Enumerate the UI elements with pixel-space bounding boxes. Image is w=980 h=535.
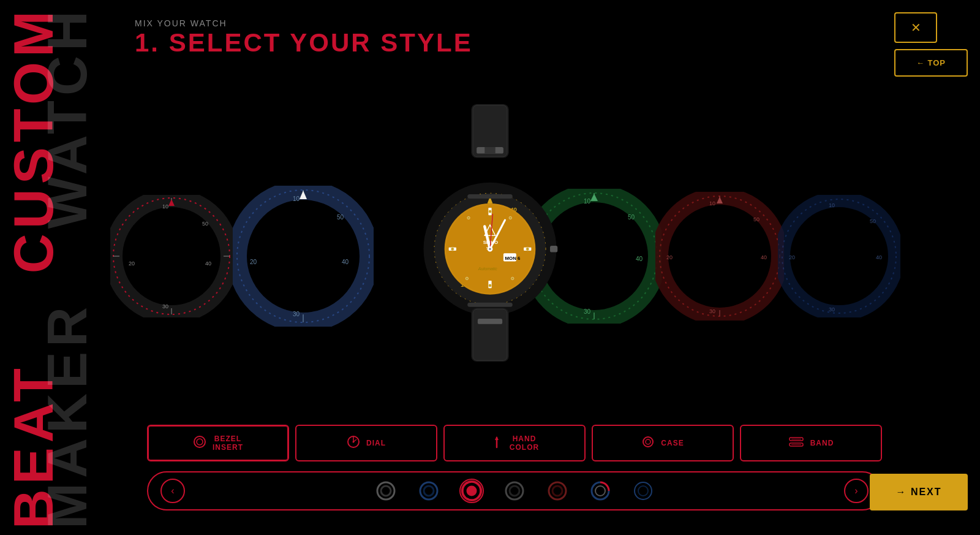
close-button[interactable]: ✕ xyxy=(894,12,937,43)
svg-text:50: 50 xyxy=(870,218,876,224)
svg-point-95 xyxy=(194,436,205,447)
svg-point-104 xyxy=(646,439,650,444)
carousel-area: 10 20 30 40 50 10 20 30 40 50 xyxy=(92,92,888,423)
svg-marker-102 xyxy=(495,436,499,440)
svg-text:20: 20 xyxy=(250,259,257,265)
svg-text:20: 20 xyxy=(666,254,673,260)
tab-hand-color[interactable]: HANDCOLOR xyxy=(443,425,586,461)
svg-point-61 xyxy=(489,248,491,251)
svg-rect-66 xyxy=(467,194,513,199)
svg-text:40: 40 xyxy=(342,259,349,265)
dot-7[interactable] xyxy=(631,479,655,503)
svg-text:50: 50 xyxy=(337,214,344,221)
tab-band-label: BAND xyxy=(810,439,834,447)
svg-text:20: 20 xyxy=(789,254,795,260)
bezel-ring-1[interactable]: 10 20 30 40 50 xyxy=(110,195,233,320)
svg-text:50: 50 xyxy=(753,216,760,222)
bezel-ring-6[interactable]: 10 20 30 40 50 xyxy=(778,195,900,320)
next-dot-button[interactable]: › xyxy=(844,479,869,503)
svg-text:MON 6: MON 6 xyxy=(505,256,521,261)
svg-point-118 xyxy=(552,486,562,496)
svg-point-96 xyxy=(197,439,203,445)
svg-point-47 xyxy=(467,216,470,219)
svg-rect-67 xyxy=(467,303,513,307)
svg-text:40: 40 xyxy=(205,260,211,267)
header-title: 1. SELECT YOUR STYLE xyxy=(135,28,473,58)
svg-text:40: 40 xyxy=(761,254,767,260)
svg-point-103 xyxy=(643,437,653,447)
svg-text:30: 30 xyxy=(709,308,715,314)
svg-point-43 xyxy=(488,210,491,213)
header-subtitle: MIX YOUR WATCH xyxy=(135,18,473,28)
dial-icon xyxy=(347,435,360,452)
svg-text:30: 30 xyxy=(162,303,168,309)
svg-point-115 xyxy=(506,482,523,499)
prev-button[interactable]: ‹ xyxy=(160,479,185,503)
tab-bezel-insert[interactable]: BEZELINSERT xyxy=(147,425,289,461)
svg-rect-25 xyxy=(484,147,496,154)
svg-text:10: 10 xyxy=(162,203,168,210)
svg-point-44 xyxy=(488,284,491,287)
next-button[interactable]: → NEXT xyxy=(870,474,968,510)
svg-point-116 xyxy=(510,486,519,496)
svg-text:40: 40 xyxy=(636,256,643,262)
bezel-ring-2[interactable]: 10 20 30 40 50 xyxy=(233,186,374,329)
dot-2[interactable] xyxy=(417,479,441,503)
dot-1[interactable] xyxy=(374,479,398,503)
hand-icon xyxy=(490,435,503,452)
bezel-ring-5[interactable]: 10 20 30 40 50 xyxy=(655,192,784,323)
svg-text:40: 40 xyxy=(876,254,882,260)
svg-point-100 xyxy=(353,441,355,442)
dots-row xyxy=(203,479,826,503)
vertical-maker: MAKER xyxy=(40,302,95,529)
tab-hand-label: HANDCOLOR xyxy=(510,434,539,452)
svg-point-119 xyxy=(595,486,605,496)
svg-point-50 xyxy=(511,277,514,279)
svg-point-109 xyxy=(377,482,394,499)
top-right-controls: ✕ ← TOP xyxy=(894,12,968,77)
top-button[interactable]: ← TOP xyxy=(894,49,968,77)
tab-dial-label: DIAL xyxy=(366,439,386,447)
tab-bezel-label: BEZELINSERT xyxy=(213,434,243,452)
svg-point-46 xyxy=(526,248,529,251)
svg-point-117 xyxy=(549,482,566,499)
svg-text:30: 30 xyxy=(293,311,300,317)
watch-display: 50 40 30 20 10 10 xyxy=(398,104,582,362)
dot-5[interactable] xyxy=(545,479,570,503)
dot-6[interactable] xyxy=(588,479,612,503)
tab-case-label: CASE xyxy=(661,439,684,447)
svg-point-110 xyxy=(381,486,391,496)
vertical-title: CUSTOM WATCH BEAT MAKER xyxy=(0,0,86,535)
svg-point-45 xyxy=(451,248,454,251)
dot-selector: ‹ xyxy=(147,471,882,510)
tab-dial[interactable]: DIAL xyxy=(295,425,437,461)
dot-4[interactable] xyxy=(502,479,527,503)
svg-text:10: 10 xyxy=(584,198,591,205)
svg-rect-62 xyxy=(550,246,557,252)
svg-point-112 xyxy=(424,486,434,496)
svg-text:30: 30 xyxy=(829,306,835,313)
tab-band[interactable]: BAND xyxy=(740,425,882,461)
svg-point-121 xyxy=(638,486,648,496)
band-icon xyxy=(788,435,804,452)
svg-text:10: 10 xyxy=(709,200,715,207)
bezel-icon xyxy=(193,435,206,452)
tab-case[interactable]: CASE xyxy=(592,425,734,461)
dot-3[interactable] xyxy=(459,479,484,503)
vertical-watch: WATCH xyxy=(40,6,95,229)
svg-point-48 xyxy=(509,216,511,219)
svg-point-120 xyxy=(635,482,652,499)
svg-point-49 xyxy=(466,277,468,279)
svg-point-12 xyxy=(237,190,369,322)
svg-point-114 xyxy=(466,485,477,496)
header: MIX YOUR WATCH 1. SELECT YOUR STYLE xyxy=(135,18,473,58)
svg-rect-65 xyxy=(478,319,502,324)
svg-text:10: 10 xyxy=(293,195,300,202)
option-tabs: BEZELINSERT DIAL HANDCOLOR xyxy=(147,425,882,461)
svg-rect-64 xyxy=(473,309,507,360)
svg-text:50: 50 xyxy=(202,221,208,227)
svg-text:10: 10 xyxy=(829,202,835,208)
svg-text:50: 50 xyxy=(628,214,635,221)
svg-point-111 xyxy=(420,482,437,499)
svg-text:30: 30 xyxy=(584,308,591,315)
